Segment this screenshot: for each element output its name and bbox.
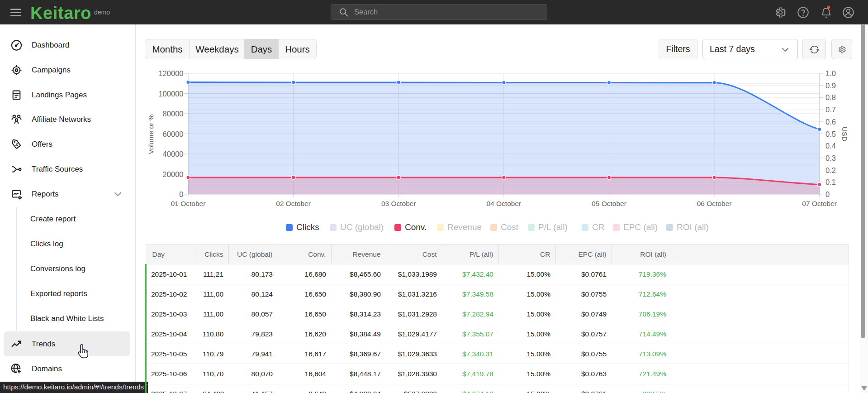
svg-text:40000: 40000 [163, 150, 184, 158]
svg-text:0.2: 0.2 [825, 166, 836, 174]
svg-text:05 October: 05 October [592, 200, 626, 207]
svg-text:06 October: 06 October [697, 200, 732, 207]
svg-text:80000: 80000 [163, 110, 184, 118]
svg-text:07 October: 07 October [802, 200, 837, 207]
svg-text:02 October: 02 October [276, 200, 311, 207]
svg-text:120000: 120000 [158, 69, 183, 77]
svg-text:0.7: 0.7 [825, 105, 836, 114]
svg-text:0.5: 0.5 [825, 130, 836, 138]
svg-text:USD: USD [841, 127, 849, 142]
svg-text:60000: 60000 [163, 130, 184, 138]
svg-text:04 October: 04 October [487, 200, 522, 207]
svg-text:Volume or %: Volume or % [147, 114, 155, 154]
svg-text:0.1: 0.1 [825, 178, 836, 186]
svg-text:100000: 100000 [158, 90, 183, 98]
svg-text:0.8: 0.8 [825, 93, 836, 101]
svg-text:0.9: 0.9 [825, 81, 836, 90]
svg-text:03 October: 03 October [381, 200, 416, 207]
svg-text:0: 0 [825, 190, 830, 198]
svg-text:1.0: 1.0 [825, 69, 836, 77]
svg-text:01 October: 01 October [171, 200, 206, 207]
svg-text:0.6: 0.6 [825, 118, 836, 126]
svg-text:0.3: 0.3 [825, 154, 836, 162]
svg-text:0.4: 0.4 [825, 142, 836, 150]
svg-text:0: 0 [179, 190, 183, 198]
svg-text:20000: 20000 [163, 170, 184, 178]
